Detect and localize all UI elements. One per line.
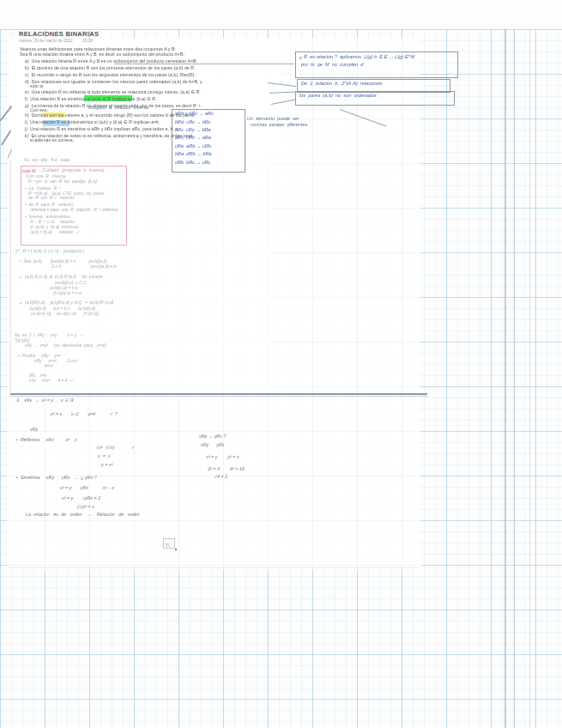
pencil-line: xRy → x=y² (se demuestra para y=x²) — [25, 344, 106, 349]
pencil-line: reflexiva = para una R relación R⁻¹ refl… — [30, 209, 118, 213]
pencil_dark-line: x² = y √yRx = 2 — [62, 496, 100, 500]
print-line: Sea R una relación binaria entre A y B, … — [20, 52, 184, 57]
pencil-line: (b·c)(d,e) = n·a — [53, 292, 82, 296]
pencil_dark-line: xRy → yRx ? — [199, 434, 226, 439]
ink_blue-line: bRc cRy → bRa — [175, 128, 211, 133]
pencil_green-line: • — [20, 301, 21, 306]
print-line: h) Dominio son los valores a, y el recor… — [25, 113, 196, 118]
ink_blue-line: por lo qe M no cumplen d — [301, 63, 363, 68]
print-line: i) Una relación R es antisimétrica si (a… — [25, 120, 160, 124]
note_blue-line: muchas parejas diferentes — [251, 123, 307, 127]
pencil_dark-line: √4 = 2 — [215, 475, 227, 479]
pencil_green-line: • — [20, 276, 21, 280]
pencil_dark-line: y² = x x−2 y=4 ✓ ? — [51, 412, 117, 416]
pencil-line: de R con R⁻¹ relación — [28, 197, 75, 201]
ink_blue-line: bRa dRb → bRa — [175, 152, 212, 157]
pencil-line: xRy y=x² 2x+y² — [34, 360, 77, 364]
ink_blue-line: cRb bRc → cRc — [175, 161, 210, 166]
ink_blue-line: los pares (a,b) no son ordenados — [299, 94, 377, 99]
ink_blue-line: De 1 relación b. 2^(A·A) relaciones — [301, 82, 382, 87]
pencil_dark-line: xRy yRx — [201, 443, 225, 447]
pencil-line: ¡Cuidado! (preguntar lo inverso) — [41, 169, 104, 173]
print-line: f) Una relación R es simétrica si (a,b) … — [25, 97, 157, 101]
page-time: 19:18 — [82, 39, 93, 43]
pencil_dark-line: La relación es de orden → Relación de or… — [26, 513, 139, 517]
print-line: sólo si. — [30, 84, 45, 88]
pink_label-line: todo M: — [22, 169, 37, 173]
ink_blue-line: cRa aRb → cRb — [175, 144, 211, 149]
section-separator — [10, 393, 427, 395]
ink_blue-line: bRd cRc → bRc — [175, 120, 211, 125]
grid-accent-line — [505, 29, 506, 728]
pencil-line: (a,b) R (c,d) & (c,d) R (e,f) Se cumple — [25, 276, 103, 280]
pencil_dark-line: 2² = 4 4² = 16 — [208, 467, 245, 471]
pencil_dark-line: x² = y y² = x — [206, 455, 239, 459]
note_blue-line: Un elemento puede ser — [247, 117, 299, 121]
pencil_dark-line: xRy — [30, 428, 38, 432]
pencil_dark-line: √x² (√x) ✓ — [96, 446, 135, 450]
pencil_dark-line: • Reflexiva xRx x² x — [16, 438, 76, 442]
page-title: RELACIONES BINARIAS — [19, 30, 99, 38]
pencil_dark-line: x = x — [98, 454, 111, 458]
print-line: b) El dominio de una relación R son los … — [25, 66, 196, 70]
grid-accent-line — [529, 29, 530, 728]
pencil-line: No son abc # d nada — [24, 159, 69, 163]
broken-image-icon — [163, 538, 175, 549]
print-line: d) Dos relaciones son iguales si contien… — [25, 80, 202, 84]
grid-accent-line — [514, 29, 515, 728]
print-line: a) Una relación binaria R entre A y B es… — [25, 59, 197, 64]
pencil-line: 4=x² — [45, 365, 53, 369]
ink_blue-line: aRc cRb → aRa — [175, 136, 211, 141]
pencil_dark-line: 3. xRy → x² = y , x ∈ ℝ — [16, 398, 74, 403]
ink_blue-line: aRb y bRc → aRc — [175, 112, 214, 117]
pencil-line: x=y x=y² 4 = 4 ✓ — [29, 379, 73, 384]
scan-bottom-edge — [9, 567, 419, 568]
print-line: e) Una relación R es reflexiva si todo e… — [25, 90, 201, 94]
print-line: j) Una relación R es transitiva si aRb y… — [25, 127, 179, 131]
page-date: martes, 29 de marzo de 2022 — [19, 39, 73, 43]
print-line: c) El recorrido o rango de R son los seg… — [25, 73, 196, 77]
pencil_dark-line: x² = y yRx x² − x — [60, 486, 114, 490]
pencil-line: R⁻¹ por si van R las parejas (b,a) — [28, 180, 97, 185]
scanned-notes-page: RELACIONES BINARIAS martes, 29 de marzo … — [0, 0, 562, 728]
section-separator — [10, 396, 427, 397]
pencil-line: (a·d)=(c·b) (a−d)(c−b) (= (a·b)) — [31, 312, 99, 317]
note_blue-line: obligado la relación inversa — [88, 106, 148, 110]
pencil-line: 2·n·b (a+b)(a,b)·n·b — [51, 265, 117, 270]
pencil_dark-line: y = x² — [101, 463, 112, 467]
pencil_dark-line: • Simétrica xRy yRx → ¿ yRx ? — [16, 476, 97, 480]
pencil-line: (a,b) ≠ (b,a) relación ✓ — [30, 231, 80, 235]
ink_blue-line: ¿ R es relación ? aplicamos L(g)·b E·E →… — [299, 55, 414, 60]
pencil_dark-line: (√y)² = x — [77, 505, 94, 509]
pencil-line: (a,b)R(c,d) , (a,b)R(c,d) y (e,f) = (a,b… — [25, 301, 113, 306]
scan-left-edge — [10, 160, 11, 393]
pencil-line: 2° R = { (a,b) ∈ (ℕ,ℕ) : (a+b)(a,b) } — [15, 250, 84, 254]
print-line: si además es conexa. — [30, 138, 74, 143]
